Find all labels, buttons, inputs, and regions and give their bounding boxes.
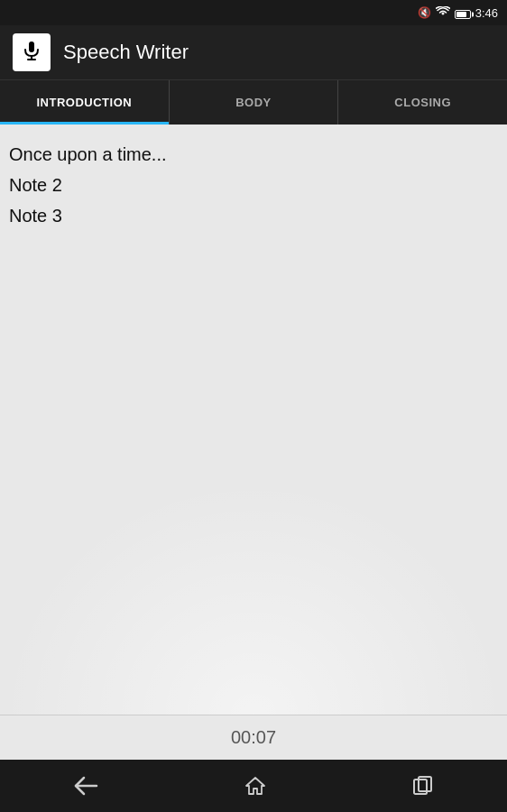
- nav-bar: [0, 760, 507, 812]
- timer-display: 00:07: [231, 727, 276, 748]
- app-logo: [13, 33, 51, 71]
- home-button[interactable]: [226, 766, 284, 806]
- app-title: Speech Writer: [63, 41, 189, 64]
- status-bar: 🔇 3:46: [0, 0, 507, 25]
- microphone-icon: [21, 40, 42, 65]
- tab-introduction[interactable]: INTRODUCTION: [0, 80, 170, 125]
- svg-marker-4: [246, 778, 264, 794]
- tab-bar: INTRODUCTION BODY CLOSING: [0, 79, 507, 125]
- timer-bar: 00:07: [0, 715, 507, 760]
- main-content: Once upon a time... Note 2 Note 3: [0, 125, 507, 715]
- back-button[interactable]: [55, 767, 116, 805]
- tab-body[interactable]: BODY: [170, 80, 339, 125]
- app-bar: Speech Writer: [0, 25, 507, 79]
- wifi-icon: [436, 5, 450, 20]
- status-icons: 🔇 3:46: [418, 5, 498, 21]
- tab-closing[interactable]: CLOSING: [338, 80, 507, 125]
- recents-button[interactable]: [394, 767, 452, 805]
- note-line-3: Note 3: [9, 200, 498, 231]
- battery-icon: [455, 5, 471, 21]
- status-time: 3:46: [475, 6, 498, 20]
- note-line-1: Once upon a time...: [9, 139, 498, 170]
- note-line-2: Note 2: [9, 170, 498, 200]
- svg-rect-0: [29, 42, 34, 52]
- mute-icon: 🔇: [418, 6, 431, 19]
